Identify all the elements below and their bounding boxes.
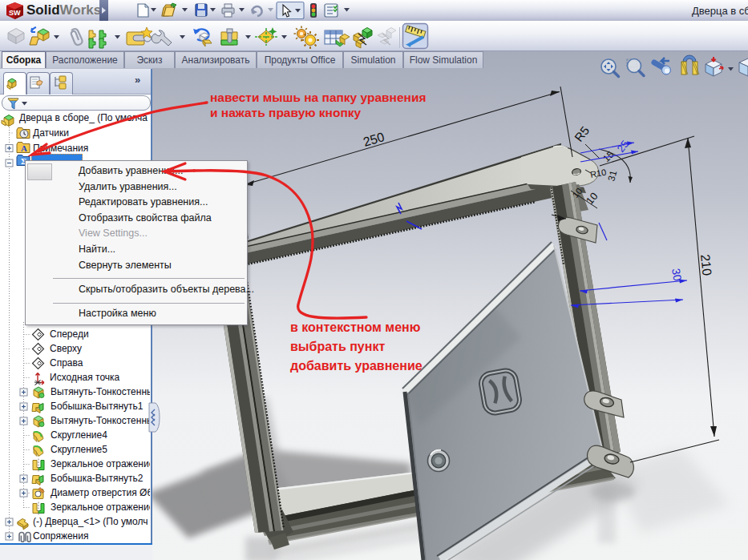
svg-text:210: 210 [698,254,714,276]
svg-text:30: 30 [669,268,684,282]
svg-text:A: A [21,143,27,153]
